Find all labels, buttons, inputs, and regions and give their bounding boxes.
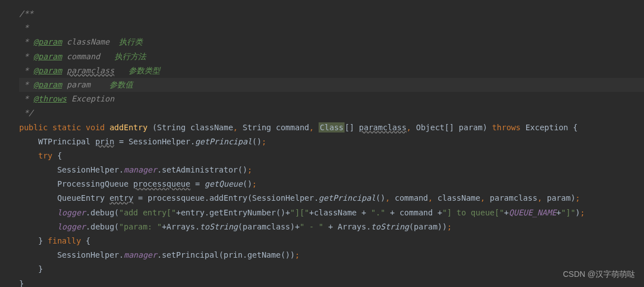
code-line: * [19, 21, 644, 35]
code-line: * @param paramclass 参数类型 [19, 64, 644, 78]
code-line: } [19, 262, 644, 276]
code-line-active: * @param param 参数值 [19, 78, 644, 92]
watermark-label: CSDN @汉字萌萌哒 [563, 267, 635, 281]
code-line: /** [19, 7, 644, 21]
code-line: public static void addEntry (String clas… [19, 121, 644, 135]
code-line: logger.debug("param: "+Arrays.toString(p… [19, 220, 644, 234]
code-line: try { [19, 149, 644, 163]
code-line: logger.debug("add entry["+entry.getEntry… [19, 206, 644, 220]
code-editor[interactable]: /** * * @param className 执行类 * @param co… [0, 7, 644, 287]
code-line: */ [19, 106, 644, 120]
code-line: } [19, 277, 644, 287]
code-line: SessionHelper.manager.setAdministrator()… [19, 163, 644, 177]
code-line: ProcessingQueue processqueue = getQueue(… [19, 177, 644, 191]
code-line: * @param command 执行方法 [19, 50, 644, 64]
code-line: QueueEntry entry = processqueue.addEntry… [19, 191, 644, 205]
code-line: SessionHelper.manager.setPrincipal(prin.… [19, 248, 644, 262]
code-line: } finally { [19, 234, 644, 248]
code-line: * @param className 执行类 [19, 35, 644, 49]
code-line: WTPrincipal prin = SessionHelper.getPrin… [19, 135, 644, 149]
code-line: * @throws Exception [19, 92, 644, 106]
